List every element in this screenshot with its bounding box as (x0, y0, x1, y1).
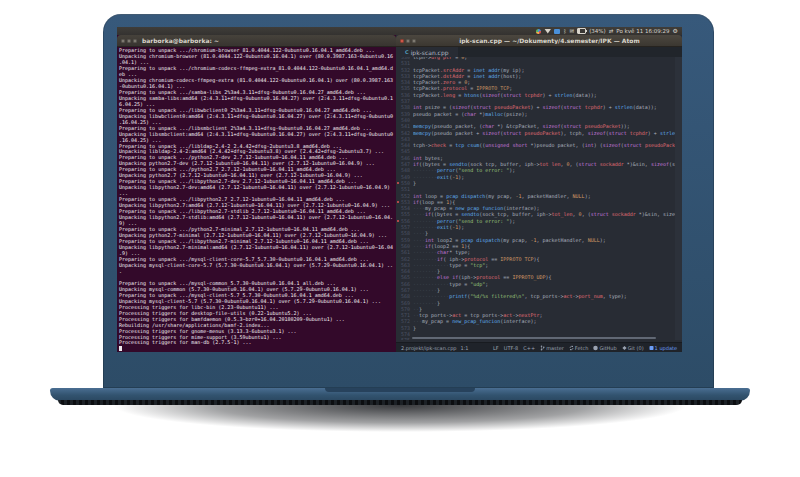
atom-status-bar: 2.projekt/ipk-scan.cpp 1:1 LFUTF-8C++mas… (396, 342, 682, 352)
terminal-text: Preparing to unpack .../chromium-browser… (119, 48, 396, 352)
status-right-items: LFUTF-8C++masterFetchGitHubGit (0)1 upda… (493, 345, 677, 351)
close-button[interactable] (121, 39, 125, 43)
maximize-button[interactable] (133, 39, 137, 43)
code-editor[interactable]: 530tcph->urg_ptr = 0;531532tcpPacket.src… (396, 57, 675, 340)
atom-tab-bar: C ipk-scan.cpp (396, 47, 682, 57)
status-item-fetch[interactable]: Fetch (569, 345, 589, 351)
status-cursor-position[interactable]: 1:1 (461, 345, 469, 351)
terminal-title: barborka@barborka: ~ (142, 37, 219, 44)
battery-percent: (34%) (589, 28, 606, 34)
updates-icon[interactable] (536, 29, 541, 34)
mail-icon[interactable]: ✉ (570, 29, 575, 34)
line-number: 575 (396, 337, 413, 340)
laptop-base-bottom (58, 400, 742, 405)
status-item-utf-8[interactable]: UTF-8 (504, 345, 519, 351)
terminal-output[interactable]: Preparing to unpack .../chromium-browser… (117, 47, 396, 352)
status-item-1-update[interactable]: 1 update (649, 345, 677, 351)
terminal-window: barborka@barborka: ~ Preparing to unpack… (117, 35, 396, 352)
horizontal-scrollbar[interactable] (412, 337, 656, 339)
github-icon (593, 345, 598, 351)
status-item-c-[interactable]: C++ (523, 345, 535, 351)
status-item-github[interactable]: GitHub (593, 345, 616, 351)
vertical-scrollbar[interactable] (675, 57, 682, 340)
terminal-window-buttons (121, 39, 137, 43)
cpp-file-icon: C (405, 49, 409, 55)
keyboard-icon[interactable] (554, 29, 560, 34)
laptop-screen: ᛒ✉(34%)⇄ Po kvě 11 16:09:29 ⚙ barborka@b… (117, 27, 682, 352)
status-item-lf[interactable]: LF (493, 345, 499, 351)
status-item-label: LF (493, 345, 499, 351)
update-icon (649, 345, 654, 351)
status-item-label: master (546, 345, 564, 351)
laptop-base-notch (325, 388, 475, 392)
status-item-label: 1 update (655, 345, 677, 351)
atom-window-title: ipk-scan.cpp — ~/Dokumenty/4.semester/IP… (459, 37, 639, 44)
status-item-master[interactable]: master (540, 345, 564, 351)
clock[interactable]: Po kvě 11 16:09:29 (616, 28, 669, 34)
session-gear-icon[interactable]: ⚙ (673, 28, 678, 34)
status-file-path: 2.projekt/ipk-scan.cpp (401, 345, 457, 351)
tab-ipk-scan[interactable]: C ipk-scan.cpp (396, 47, 458, 57)
terminal-titlebar[interactable]: barborka@barborka: ~ (117, 35, 396, 47)
status-item-label: Fetch (575, 345, 589, 351)
status-item-label: C++ (523, 345, 535, 351)
system-tray: ᛒ✉(34%)⇄ (536, 28, 613, 34)
system-panel: ᛒ✉(34%)⇄ Po kvě 11 16:09:29 ⚙ (117, 27, 682, 35)
git-icon (622, 345, 627, 351)
battery-icon[interactable] (577, 28, 586, 34)
status-item-git-0-[interactable]: Git (0) (622, 345, 644, 351)
screenshot-stage: ᛒ✉(34%)⇄ Po kvě 11 16:09:29 ⚙ barborka@b… (0, 0, 800, 477)
status-item-label: UTF-8 (504, 345, 519, 351)
atom-titlebar[interactable]: ipk-scan.cpp — ~/Dokumenty/4.semester/IP… (396, 35, 682, 47)
sync-icon[interactable]: ⇄ (609, 29, 614, 34)
bluetooth-icon[interactable]: ᛒ (563, 29, 566, 34)
status-item-label: Git (0) (628, 345, 644, 351)
atom-window-buttons (400, 39, 416, 43)
atom-editor-window: ipk-scan.cpp — ~/Dokumenty/4.semester/IP… (396, 35, 682, 352)
branch-icon (540, 345, 545, 351)
status-item-label: GitHub (599, 345, 616, 351)
tab-label: ipk-scan.cpp (411, 49, 449, 56)
terminal-cursor (119, 346, 122, 351)
minimize-button[interactable] (406, 39, 410, 43)
wifi-icon[interactable] (544, 29, 551, 34)
close-button[interactable] (400, 39, 404, 43)
maximize-button[interactable] (412, 39, 416, 43)
sync-icon (569, 345, 574, 351)
minimize-button[interactable] (127, 39, 131, 43)
